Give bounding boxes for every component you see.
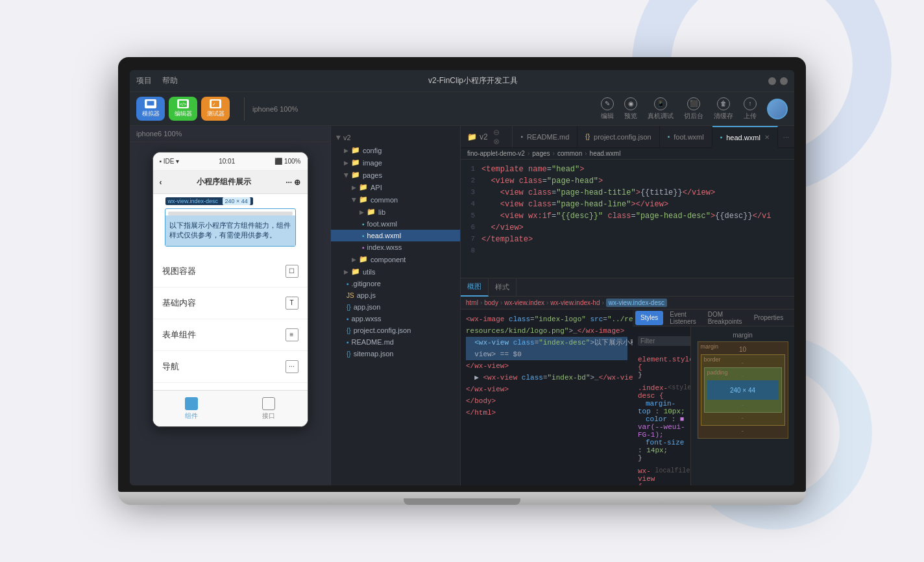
nav-item-components[interactable]: 组件	[153, 391, 230, 426]
menu-help[interactable]: 帮助	[162, 75, 178, 86]
simulator-btn[interactable]: 模拟器	[136, 97, 165, 121]
menu-project[interactable]: 项目	[136, 75, 152, 86]
test-btn[interactable]: ✓ 测试器	[201, 97, 230, 121]
action-clear-cache[interactable]: 🗑 清缓存	[714, 97, 733, 121]
list-item-1[interactable]: 基础内容 T	[153, 287, 308, 319]
tree-item-appwxss[interactable]: ▪ app.wxss	[331, 313, 460, 324]
styles-tab-accessibility[interactable]: Accessibility	[790, 311, 794, 325]
breadcrumb-sep-1: ›	[528, 150, 529, 157]
css-selector-index-desc: .index-desc {	[638, 384, 668, 400]
laptop-container: 项目 帮助 v2-FinClip小程序开发工具	[118, 57, 806, 505]
action-edit[interactable]: ✎ 编辑	[601, 97, 614, 121]
laptop-base	[118, 492, 806, 505]
box-model: margin margin 10 border -	[690, 326, 794, 485]
tree-item-foot-wxml[interactable]: ▪ foot.wxml	[331, 218, 460, 230]
gitignore-label: .gitignore	[352, 280, 381, 287]
phone-time: 10:01	[219, 158, 235, 165]
phone-bottom-nav: 组件 接口	[153, 390, 308, 426]
bottom-tab-styles[interactable]: 样式	[489, 278, 517, 297]
breadcrumb-pages: pages	[532, 150, 550, 157]
styles-tab-dom-breakpoints[interactable]: DOM Breakpoints	[703, 311, 748, 325]
list-item-label-2: 表单组件	[162, 329, 196, 341]
appjs-label: app.js	[357, 291, 376, 299]
title-bar: 项目 帮助 v2-FinClip小程序开发工具	[130, 70, 794, 92]
sitemap-icon: {}	[346, 350, 351, 358]
list-item-3[interactable]: 导航 ···	[153, 351, 308, 383]
html-line-3: <wx-view class="index-desc">以下展示小程序官方组件能…	[466, 337, 627, 348]
filter-input[interactable]	[638, 336, 690, 346]
headwxml-tab-close[interactable]: ✕	[764, 134, 770, 141]
tab-readme[interactable]: ▪ README.md	[513, 126, 578, 148]
editor-btn[interactable]: </> 编辑器	[169, 97, 197, 121]
foot-wxml-icon: ▪	[362, 221, 365, 228]
html-preview[interactable]: <wx-image class="index-logo" src="../res…	[461, 310, 633, 485]
tree-item-api[interactable]: ▶ 📁 API	[331, 181, 460, 193]
action-preview[interactable]: ◉ 预览	[624, 97, 637, 121]
styles-tab-event-listeners[interactable]: Event Listeners	[664, 311, 701, 325]
tree-title-bar: 📁 v2 ⊕ ⊖ ⊗ ⊘	[461, 126, 513, 147]
list-item-icon-3: ···	[286, 360, 298, 373]
tree-root-ref: v2	[480, 132, 488, 141]
tree-item-index-wxss[interactable]: ▪ index.wxss	[331, 241, 460, 253]
tree-item-component[interactable]: ▶ 📁 component	[331, 253, 460, 265]
styles-tab-styles[interactable]: Styles	[635, 311, 663, 325]
tree-item-gitignore[interactable]: ▪ .gitignore	[331, 278, 460, 289]
action-device-debug[interactable]: 📱 真机调试	[648, 97, 674, 121]
action-background-label: 切后台	[684, 112, 703, 121]
elem-html[interactable]: html	[466, 299, 478, 306]
elem-sep-1: ›	[480, 299, 482, 306]
tab-headwxml[interactable]: ▪ head.wxml ✕	[712, 126, 778, 148]
nav-icon-components	[185, 397, 198, 410]
css-block-wx-view: wx-view { localfile:/.index.css:2 displa…	[638, 467, 685, 485]
tree-item-appjson[interactable]: {} app.json	[331, 301, 460, 313]
tab-footwxml[interactable]: ▪ foot.wxml	[660, 126, 712, 148]
css-source-index-desc: <style>	[668, 384, 690, 400]
line-content-7: </template>	[481, 235, 792, 247]
tabs-more-btn[interactable]: ···	[778, 133, 794, 141]
styles-tab-properties[interactable]: Properties	[749, 311, 789, 325]
css-selector-wx-view: wx-view {	[638, 467, 655, 485]
nav-item-interface[interactable]: 接口	[230, 391, 308, 426]
html-line-6: ▶ <wx-view class="index-bd">_</wx-view>	[466, 372, 627, 384]
css-block-element: element.style { }	[638, 356, 685, 379]
tree-item-appjs[interactable]: JS app.js	[331, 289, 460, 301]
bottom-content: <wx-image class="index-logo" src="../res…	[461, 310, 794, 485]
tree-item-sitemap[interactable]: {} sitemap.json	[331, 348, 460, 360]
tab-projectconfig[interactable]: {} project.config.json	[578, 126, 659, 148]
clear-cache-icon: 🗑	[717, 97, 730, 110]
elem-wx-index-desc[interactable]: wx-view.index-desc	[606, 299, 667, 307]
action-preview-label: 预览	[624, 112, 637, 121]
phone-back[interactable]: ‹	[160, 178, 162, 187]
tree-item-image[interactable]: ▶ 📁 image	[331, 156, 460, 169]
list-item-2[interactable]: 表单组件 ≡	[153, 319, 308, 351]
user-avatar[interactable]	[767, 99, 788, 119]
action-upload[interactable]: ↑ 上传	[744, 97, 757, 121]
filter-bar: :hov .cls +	[638, 330, 685, 352]
tree-item-config[interactable]: ▶ 📁 config	[331, 144, 460, 156]
html-line-8: </body>	[466, 395, 627, 407]
bottom-tab-overview[interactable]: 概图	[461, 278, 489, 297]
phone-menu[interactable]: ··· ⊕	[286, 178, 300, 187]
code-editor[interactable]: 1 <template name="head"> 2 <view class="…	[461, 160, 794, 278]
tree-item-projectconfig[interactable]: {} project.config.json	[331, 324, 460, 336]
action-background[interactable]: ⬛ 切后台	[684, 97, 703, 121]
list-item-0[interactable]: 视图容器 ☐	[153, 256, 308, 287]
elem-wx-index-hd[interactable]: wx-view.index-hd	[550, 299, 600, 306]
tree-item-pages[interactable]: ▶ 📁 pages	[331, 169, 460, 181]
lib-label: lib	[378, 208, 385, 216]
styles-content: :hov .cls + element.style { }	[633, 326, 794, 485]
appjson-icon: {}	[346, 304, 351, 311]
elem-body[interactable]: body	[484, 299, 498, 306]
tree-item-lib[interactable]: ▶ 📁 lib	[331, 206, 460, 218]
tree-item-head-wxml[interactable]: ▪ head.wxml	[331, 230, 460, 241]
line-content-5: <view wx:if="{{desc}}" class="page-head-…	[481, 212, 792, 223]
html-line-7: </wx-view>	[466, 384, 627, 395]
toolbar-separator-1	[244, 97, 245, 121]
tree-item-common[interactable]: ▶ 📁 common	[331, 193, 460, 206]
action-device-debug-label: 真机调试	[648, 112, 674, 121]
elem-wx-index[interactable]: wx-view.index	[504, 299, 544, 306]
css-prop-font-size: font-size : 14px;	[638, 439, 685, 454]
simulator-panel: iphone6 100% ▪ IDE ▾ 10:01 ⬛ 100% ‹	[130, 126, 331, 485]
tree-item-readme[interactable]: ▪ README.md	[331, 336, 460, 348]
tree-item-utils[interactable]: ▶ 📁 utils	[331, 265, 460, 278]
